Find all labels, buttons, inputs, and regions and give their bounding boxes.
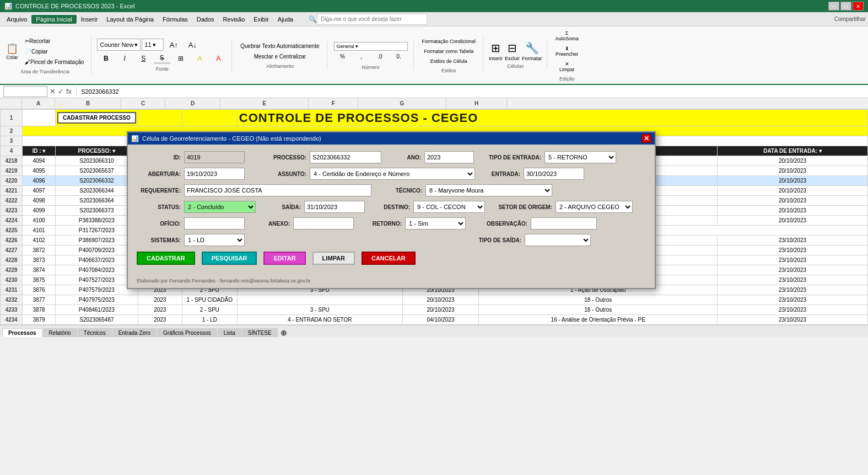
insert-function-icon[interactable]: fx	[66, 87, 72, 95]
menu-ajuda[interactable]: Ajuda	[273, 15, 298, 24]
menu-arquivo[interactable]: Arquivo	[2, 15, 31, 24]
formula-sep	[76, 87, 77, 97]
italic-button[interactable]: I	[116, 54, 133, 63]
formula-input[interactable]	[81, 88, 865, 95]
processo-input[interactable]	[310, 151, 381, 163]
decrease-decimal-button[interactable]: 0.	[390, 52, 408, 61]
tipo-entrada-select[interactable]: 5 - RETORNO	[544, 151, 616, 163]
limpar-button[interactable]: LIMPAR	[312, 252, 355, 265]
number-format-text: General	[337, 44, 354, 49]
font-size-dropdown-icon[interactable]: ▾	[153, 41, 156, 49]
retorno-select[interactable]: 1 - Sim	[405, 217, 466, 230]
font-size-box[interactable]: 11 ▾	[142, 39, 164, 51]
font-name-box[interactable]: Courier New ▾	[97, 39, 141, 51]
colar-button[interactable]: 📋 Colar	[3, 41, 21, 62]
clipboard-mini: ✂ Recortar 📄 Copiar 🖌 Pincel de Formataç…	[22, 36, 87, 67]
sheet-tab-sintese[interactable]: SÍNTESE	[242, 328, 278, 337]
font-color-button[interactable]: A	[209, 54, 227, 63]
number-label: Número	[333, 65, 409, 70]
bold-button[interactable]: B	[97, 54, 115, 63]
dialog-footer: Elaborado por Fernando Fernandes - ferna…	[128, 276, 655, 288]
cancelar-button[interactable]: CANCELAR	[362, 252, 416, 265]
sheet-tab-processos[interactable]: Processos	[2, 328, 42, 337]
saida-input[interactable]	[304, 201, 365, 213]
delete-label[interactable]: Excluir	[505, 56, 520, 61]
assunto-select[interactable]: 4 - Certidão de Endereço e Número	[310, 168, 475, 180]
anexo-input[interactable]	[293, 217, 354, 230]
pesquisar-button[interactable]: PESQUISAR	[202, 252, 257, 265]
underline-button[interactable]: S	[134, 54, 152, 63]
fill-button[interactable]: ⬇ Preencher	[553, 44, 581, 58]
cells-group: ⊞ Inserir ⊟ Excluir 🔧 Formatar Células	[489, 41, 547, 69]
sheet-tab-relatorio[interactable]: Relatório	[43, 328, 77, 337]
menu-formulas[interactable]: Fórmulas	[158, 15, 192, 24]
cancel-formula-icon[interactable]: ✕	[50, 87, 56, 95]
font-row1: Courier New ▾ 11 ▾ A↑ A↓	[97, 39, 201, 51]
sheet-tab-entrada-zero[interactable]: Entrada Zero	[112, 328, 157, 337]
menu-layout[interactable]: Layout da Página	[102, 15, 158, 24]
search-input[interactable]	[317, 14, 427, 25]
decrease-font-button[interactable]: A↓	[184, 40, 201, 50]
name-box[interactable]	[3, 86, 47, 97]
copiar-button[interactable]: 📄 Copiar	[22, 47, 87, 56]
close-button[interactable]: ✕	[853, 2, 864, 10]
maximize-button[interactable]: □	[840, 2, 851, 10]
font-dropdown-icon[interactable]: ▾	[134, 41, 138, 49]
anexo-label: ANEXO:	[262, 221, 290, 227]
menu-inserir[interactable]: Inserir	[77, 15, 103, 24]
increase-font-button[interactable]: A↑	[165, 40, 182, 50]
id-input[interactable]	[184, 151, 245, 163]
clear-button[interactable]: ✕ Limpar	[553, 60, 581, 74]
status-select[interactable]: 2 - Concluído	[184, 201, 256, 213]
observacao-input[interactable]	[531, 217, 597, 230]
setor-origem-select[interactable]: 2 - ARQUIVO CEGEO	[556, 201, 633, 213]
saida-label: SAÍDA:	[273, 204, 301, 210]
comma-button[interactable]: ,	[353, 52, 370, 61]
pincel-button[interactable]: 🖌 Pincel de Formatação	[22, 57, 87, 67]
sheet-tab-graficos[interactable]: Gráficos Processos	[157, 328, 217, 337]
wrap-text-button[interactable]: Quebrar Texto Automaticamente	[238, 41, 322, 51]
recortar-button[interactable]: ✂ Recortar	[22, 36, 87, 46]
alignment-label: Alinhamento	[238, 63, 322, 69]
insert-label[interactable]: Inserir	[489, 56, 503, 61]
format-table-button[interactable]: Formatar como Tabela	[419, 47, 479, 56]
sistemas-select[interactable]: 1 - LD	[184, 234, 245, 246]
percent-button[interactable]: %	[334, 52, 352, 61]
strikethrough-button[interactable]: S̶	[153, 53, 171, 64]
ano-input[interactable]	[424, 151, 474, 163]
dialog-close-button[interactable]: ✕	[641, 134, 651, 143]
entrada-input[interactable]	[524, 168, 584, 180]
menu-exibir[interactable]: Exibir	[249, 15, 273, 24]
number-inner: General ▾ % , .0 0.	[333, 41, 409, 62]
merge-center-button[interactable]: Mesclar e Centralizar	[238, 52, 322, 61]
add-sheet-icon[interactable]: ⊕	[281, 328, 287, 337]
menu-pagina-inicial[interactable]: Página Inicial	[31, 15, 76, 24]
format-label[interactable]: Formatar	[522, 56, 542, 61]
number-format-dropdown[interactable]: ▾	[355, 44, 358, 49]
fill-color-button[interactable]: A	[191, 54, 208, 63]
cadastrar-button[interactable]: CADASTRAR	[137, 252, 195, 265]
requerente-input[interactable]	[184, 184, 371, 196]
tecnico-select[interactable]: 8 - Maryvone Moura	[425, 184, 552, 196]
oficio-input[interactable]	[184, 217, 245, 230]
number-format-box[interactable]: General ▾	[334, 42, 408, 51]
minimize-button[interactable]: ─	[828, 2, 839, 10]
cell-styles-button[interactable]: Estilos de Célula	[419, 57, 479, 66]
destino-select[interactable]: 9 - COL - CECON	[413, 201, 485, 213]
dialog-title-bar: 📊 Célula de Georreferenciamento - CEGEO …	[128, 132, 655, 145]
clipboard-group: 📋 Colar ✂ Recortar 📄 Copiar 🖌 Pincel de …	[3, 36, 91, 74]
sheet-tab-lista[interactable]: Lista	[218, 328, 241, 337]
form-row-4: STATUS: 2 - Concluído SAÍDA: DESTINO: 9 …	[137, 201, 646, 213]
cond-format-button[interactable]: Formatação Condicional	[419, 37, 479, 46]
sheet-tab-tecnicos[interactable]: Técnicos	[78, 328, 112, 337]
autosum-button[interactable]: Σ AutoSoma	[553, 29, 581, 43]
editar-button[interactable]: EDITAR	[263, 252, 305, 265]
border-button[interactable]: ⊞	[172, 54, 190, 63]
menu-revisao[interactable]: Revisão	[219, 15, 250, 24]
styles-group: Formatação Condicional Formatar como Tab…	[419, 37, 484, 73]
abertura-input[interactable]	[184, 168, 245, 180]
tipo-saida-select[interactable]	[525, 234, 591, 246]
menu-dados[interactable]: Dados	[192, 15, 219, 24]
increase-decimal-button[interactable]: .0	[371, 52, 389, 61]
confirm-formula-icon[interactable]: ✓	[58, 87, 64, 95]
